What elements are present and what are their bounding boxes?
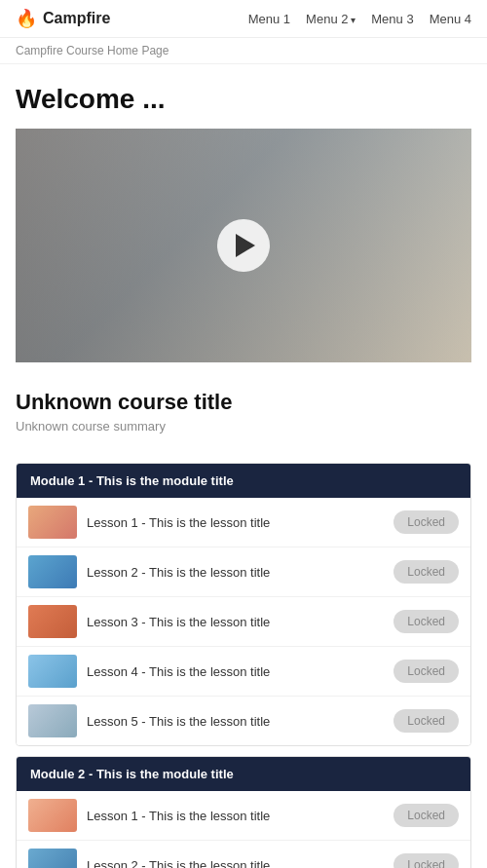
welcome-section: Welcome ... [0, 64, 487, 390]
locked-button[interactable]: Locked [393, 510, 459, 534]
brand-label: Campfire [43, 10, 110, 27]
menu-item-3[interactable]: Menu 3 [371, 12, 413, 26]
lesson-title: Lesson 2 - This is the lesson title [87, 565, 270, 580]
welcome-title: Welcome ... [16, 84, 471, 115]
lesson-title: Lesson 1 - This is the lesson title [87, 515, 270, 530]
lesson-left: Lesson 1 - This is the lesson title [28, 506, 270, 539]
brand[interactable]: 🔥 Campfire [16, 8, 110, 29]
flame-icon: 🔥 [16, 8, 37, 29]
breadcrumb-text: Campfire Course Home Page [16, 44, 169, 57]
lesson-thumbnail [28, 849, 77, 868]
locked-button[interactable]: Locked [393, 853, 459, 868]
locked-button[interactable]: Locked [393, 660, 459, 683]
module-1-header: Module 1 - This is the module title [17, 464, 470, 498]
lesson-thumbnail [28, 799, 77, 832]
lesson-left: Lesson 2 - This is the lesson title [28, 849, 270, 868]
navbar: 🔥 Campfire Menu 1 Menu 2 Menu 3 Menu 4 [0, 0, 487, 38]
lesson-left: Lesson 4 - This is the lesson title [28, 655, 270, 688]
lesson-thumbnail [28, 704, 77, 737]
lesson-row: Lesson 3 - This is the lesson title Lock… [17, 597, 470, 647]
locked-button[interactable]: Locked [393, 804, 459, 827]
menu-item-1[interactable]: Menu 1 [248, 12, 290, 26]
lesson-left: Lesson 1 - This is the lesson title [28, 799, 270, 832]
lesson-left: Lesson 2 - This is the lesson title [28, 555, 270, 588]
lesson-left: Lesson 5 - This is the lesson title [28, 704, 270, 737]
course-title: Unknown course title [16, 390, 471, 415]
menu-item-4[interactable]: Menu 4 [430, 12, 471, 26]
lesson-title: Lesson 5 - This is the lesson title [87, 714, 270, 729]
lesson-thumbnail [28, 555, 77, 588]
video-player[interactable] [16, 129, 471, 362]
lesson-thumbnail [28, 605, 77, 638]
lesson-row: Lesson 5 - This is the lesson title Lock… [17, 697, 470, 745]
lesson-row: Lesson 2 - This is the lesson title Lock… [17, 547, 470, 597]
locked-button[interactable]: Locked [393, 709, 459, 733]
lesson-row: Lesson 1 - This is the lesson title Lock… [17, 791, 470, 841]
lesson-title: Lesson 2 - This is the lesson title [87, 858, 270, 869]
play-button[interactable] [217, 219, 270, 272]
module-2: Module 2 - This is the module title Less… [16, 756, 471, 868]
locked-button[interactable]: Locked [393, 560, 459, 584]
module-1: Module 1 - This is the module title Less… [16, 463, 471, 746]
lesson-title: Lesson 1 - This is the lesson title [87, 809, 270, 823]
breadcrumb: Campfire Course Home Page [0, 38, 487, 64]
lesson-title: Lesson 4 - This is the lesson title [87, 664, 270, 679]
module-2-header: Module 2 - This is the module title [17, 757, 470, 791]
lesson-thumbnail [28, 506, 77, 539]
lesson-row: Lesson 4 - This is the lesson title Lock… [17, 647, 470, 697]
lesson-left: Lesson 3 - This is the lesson title [28, 605, 270, 638]
lesson-row: Lesson 1 - This is the lesson title Lock… [17, 498, 470, 547]
navbar-menu: Menu 1 Menu 2 Menu 3 Menu 4 [248, 12, 471, 26]
lesson-title: Lesson 3 - This is the lesson title [87, 615, 270, 629]
lesson-row: Lesson 2 - This is the lesson title Lock… [17, 841, 470, 868]
course-info: Unknown course title Unknown course summ… [0, 390, 487, 463]
locked-button[interactable]: Locked [393, 610, 459, 633]
lesson-thumbnail [28, 655, 77, 688]
menu-item-2[interactable]: Menu 2 [306, 12, 356, 26]
course-summary: Unknown course summary [16, 419, 471, 434]
